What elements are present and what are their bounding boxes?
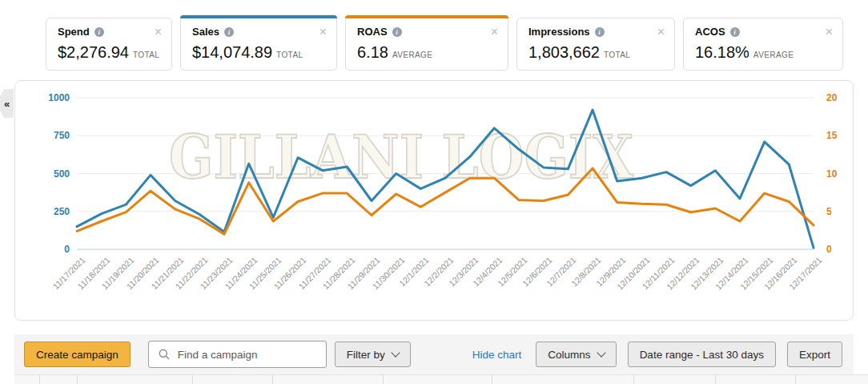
date-range-button[interactable]: Date range - Last 30 days	[628, 342, 776, 367]
info-icon[interactable]: i	[224, 27, 234, 37]
metric-label: Sales	[192, 26, 219, 38]
right-axis-tick: 20	[826, 92, 858, 103]
columns-button[interactable]: Columns	[536, 342, 616, 367]
watermark-text: GILLANI LOGIX	[169, 123, 634, 192]
close-metric-icon[interactable]: ×	[826, 26, 833, 37]
metric-label: ACOS	[695, 26, 725, 38]
metric-suffix: AVERAGE	[392, 51, 432, 59]
table-header-cell	[384, 375, 492, 384]
metric-value: 6.18	[357, 43, 388, 61]
chevron-down-icon	[597, 348, 605, 357]
performance-line-chart: GILLANI LOGIX	[77, 98, 814, 249]
right-axis-tick: 0	[826, 244, 858, 255]
left-axis-tick: 1000	[25, 92, 70, 103]
table-header-cell	[193, 375, 273, 384]
table-header-cell	[492, 375, 634, 384]
table-header-cell	[796, 375, 868, 384]
close-metric-icon[interactable]: ×	[657, 26, 665, 37]
info-icon[interactable]: i	[730, 27, 740, 37]
metric-summary-row: Spendi×$2,276.94TOTALSalesi×$14,074.89TO…	[46, 15, 843, 71]
filter-by-button[interactable]: Filter by	[335, 342, 411, 367]
filter-by-label: Filter by	[347, 349, 385, 361]
chevron-down-icon	[391, 348, 400, 357]
chevron-double-left-icon: «	[4, 98, 10, 110]
info-icon[interactable]: i	[94, 27, 104, 37]
metric-card-spend: Spendi×$2,276.94TOTAL	[46, 18, 172, 71]
right-axis-tick: 15	[826, 130, 858, 141]
metric-card-roas: ROASi×6.18AVERAGE	[345, 15, 508, 71]
metric-value: $2,276.94	[58, 43, 129, 61]
close-metric-icon[interactable]: ×	[491, 26, 498, 37]
metric-label: ROAS	[357, 26, 388, 38]
metric-card-acos: ACOSi×16.18%AVERAGE	[683, 18, 843, 71]
left-axis-tick: 500	[25, 168, 70, 180]
left-axis-tick: 750	[25, 130, 70, 141]
collapse-panel-tab[interactable]: «	[0, 89, 14, 118]
search-input[interactable]	[176, 348, 319, 362]
campaign-search-box[interactable]	[148, 341, 327, 368]
metric-label: Spend	[58, 26, 90, 38]
metric-value: $14,074.89	[192, 43, 272, 61]
table-header-cell	[716, 375, 796, 384]
info-icon[interactable]: i	[595, 27, 605, 37]
performance-chart-panel: GILLANI LOGIX025050075010000510152011/17…	[14, 80, 854, 321]
hide-chart-link[interactable]: Hide chart	[472, 349, 522, 361]
metric-suffix: TOTAL	[276, 51, 303, 59]
right-axis-tick: 5	[826, 206, 858, 217]
left-axis-tick: 250	[25, 206, 70, 217]
export-button[interactable]: Export	[787, 342, 842, 367]
table-header-cell	[634, 375, 716, 384]
table-header-cell	[273, 375, 384, 384]
campaign-toolbar: Create campaign Filter by Hide chart Col…	[14, 334, 854, 374]
close-metric-icon[interactable]: ×	[319, 26, 327, 37]
search-icon	[159, 349, 170, 360]
close-metric-icon[interactable]: ×	[155, 26, 162, 37]
metric-suffix: AVERAGE	[753, 51, 794, 59]
table-header-cell	[40, 375, 78, 384]
metric-value: 1,803,662	[528, 43, 600, 61]
metric-value: 16.18%	[695, 43, 749, 61]
info-icon[interactable]: i	[392, 27, 402, 37]
metric-card-impressions: Impressionsi×1,803,662TOTAL	[516, 18, 675, 71]
create-campaign-button[interactable]: Create campaign	[24, 342, 131, 367]
table-header-cell	[14, 375, 40, 384]
metric-suffix: TOTAL	[604, 51, 630, 59]
table-header-cell	[78, 375, 193, 384]
metric-card-sales: Salesi×$14,074.89TOTAL	[180, 15, 337, 71]
campaign-table-header	[14, 374, 868, 384]
left-axis-tick: 0	[25, 244, 70, 255]
columns-label: Columns	[548, 349, 590, 361]
metric-suffix: TOTAL	[133, 51, 159, 59]
right-axis-tick: 10	[826, 168, 858, 180]
metric-label: Impressions	[528, 26, 590, 38]
